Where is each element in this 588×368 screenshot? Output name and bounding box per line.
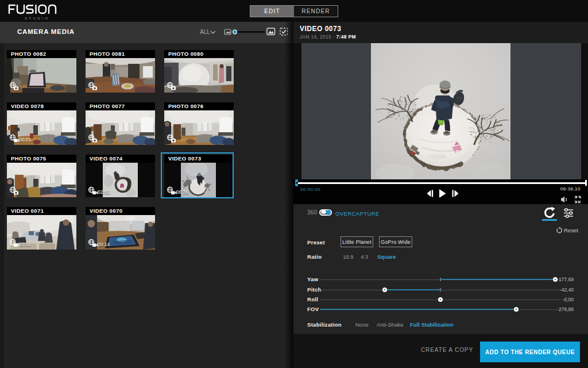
svg-text:STUDIO: STUDIO [25,17,50,20]
